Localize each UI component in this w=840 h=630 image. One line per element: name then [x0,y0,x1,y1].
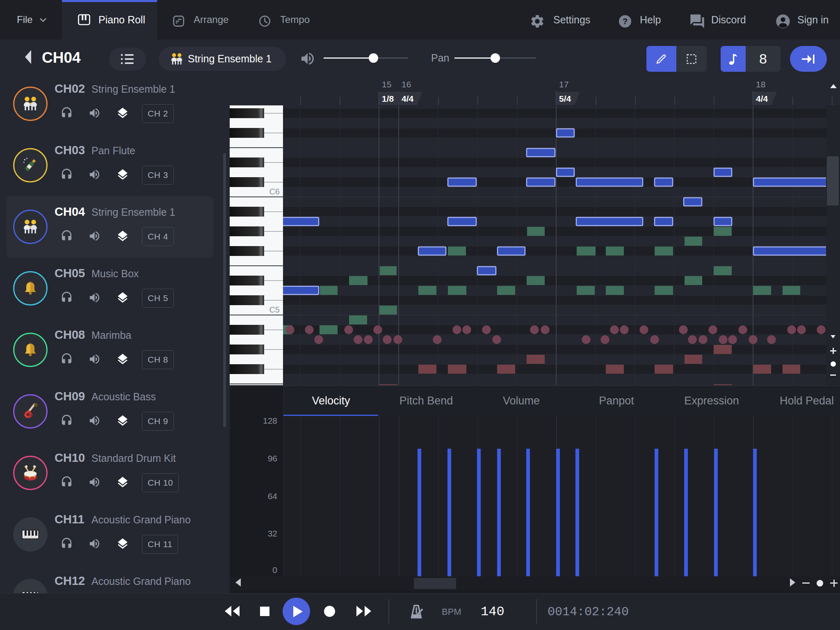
svg-text:C6: C6 [269,187,280,196]
svg-text:?: ? [623,16,628,26]
svg-text:C5: C5 [269,305,280,314]
